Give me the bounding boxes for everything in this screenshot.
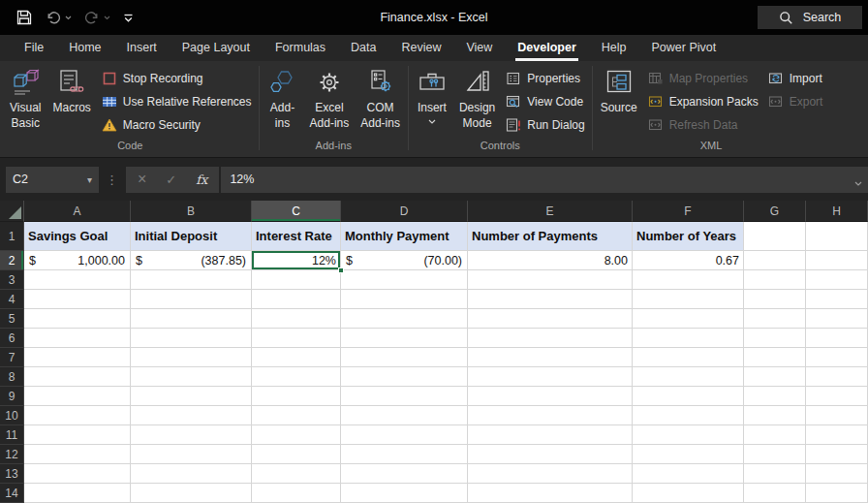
row-header-3[interactable]: 3 [0,270,24,290]
insert-function-icon[interactable]: fx [196,173,207,187]
cell[interactable] [744,309,806,329]
tab-help[interactable]: Help [589,35,639,61]
row-header-13[interactable]: 13 [0,464,24,484]
macro-security-button[interactable]: Macro Security [97,113,257,137]
addins-button[interactable]: Add- ins [262,64,304,131]
row-header-5[interactable]: 5 [0,309,24,329]
cell[interactable] [252,406,341,425]
tab-developer[interactable]: Developer [505,35,588,61]
row-header-11[interactable]: 11 [0,425,24,445]
cell[interactable] [341,348,468,367]
cell[interactable] [24,367,131,387]
redo-button[interactable] [83,10,110,26]
column-header-c[interactable]: C [252,201,341,222]
cell-e2[interactable]: 8.00 [468,251,633,270]
tab-file[interactable]: File [12,35,56,61]
excel-addins-button[interactable]: Excel Add-ins [304,64,356,131]
cell[interactable] [633,406,744,425]
undo-button[interactable] [45,10,72,26]
row-header-2[interactable]: 2 [0,251,24,270]
cell[interactable] [131,464,252,484]
cell[interactable] [24,425,131,445]
cell[interactable] [633,329,744,348]
row-header-10[interactable]: 10 [0,406,24,425]
cell[interactable] [633,425,744,445]
cell[interactable] [24,309,131,329]
cell[interactable] [131,309,252,329]
cell[interactable] [633,367,744,387]
stop-recording-button[interactable]: Stop Recording [97,67,257,90]
cell[interactable] [252,464,341,484]
cell[interactable] [806,348,868,367]
select-all-button[interactable] [0,201,24,222]
cell[interactable] [131,270,252,290]
tab-page-layout[interactable]: Page Layout [170,35,263,61]
column-header-f[interactable]: F [633,201,744,222]
cell[interactable] [24,348,131,367]
design-mode-button[interactable]: Design Mode [453,64,501,131]
cell[interactable] [468,367,633,387]
cell[interactable] [24,445,131,464]
redo-dropdown-icon[interactable] [104,16,110,20]
cell-a2[interactable]: $ 1,000.00 [24,251,131,270]
cell[interactable] [131,387,252,406]
cell[interactable] [252,290,341,309]
tab-power-pivot[interactable]: Power Pivot [639,35,729,61]
cell-d1[interactable]: Monthly Payment [341,222,468,251]
cell-b2[interactable]: $ (387.85) [131,251,252,270]
tab-view[interactable]: View [453,35,505,61]
cell[interactable] [633,290,744,309]
cell-e1[interactable]: Number of Payments [468,222,633,251]
cell[interactable] [24,329,131,348]
formula-input[interactable]: 12% [219,167,868,193]
cell[interactable] [633,484,744,503]
cell[interactable] [744,270,806,290]
row-header-12[interactable]: 12 [0,445,24,464]
cell[interactable] [744,406,806,425]
cell[interactable] [744,464,806,484]
column-header-a[interactable]: A [24,201,131,222]
cell[interactable] [24,406,131,425]
cell[interactable] [468,484,633,503]
cell[interactable] [468,445,633,464]
cell[interactable] [468,329,633,348]
cell[interactable] [806,406,868,425]
cell[interactable] [744,445,806,464]
cell[interactable] [806,329,868,348]
cell-c1[interactable]: Interest Rate [252,222,341,251]
tab-review[interactable]: Review [388,35,453,61]
cell[interactable] [806,290,868,309]
cell[interactable] [131,290,252,309]
cell[interactable] [468,464,633,484]
column-header-g[interactable]: G [744,201,806,222]
row-header-9[interactable]: 9 [0,387,24,406]
cell[interactable] [468,406,633,425]
cell[interactable] [806,387,868,406]
cell[interactable] [131,406,252,425]
cell[interactable] [468,387,633,406]
cell[interactable] [131,329,252,348]
undo-dropdown-icon[interactable] [65,16,72,20]
search-box[interactable]: Search [758,6,862,29]
com-addins-button[interactable]: COM Add-ins [355,64,406,131]
cell[interactable] [468,270,633,290]
cell[interactable] [252,367,341,387]
column-header-e[interactable]: E [468,201,633,222]
cell-h2[interactable] [806,251,868,270]
row-header-14[interactable]: 14 [0,484,24,503]
cell[interactable] [24,387,131,406]
cell[interactable] [806,445,868,464]
cell[interactable] [24,464,131,484]
cell[interactable] [252,348,341,367]
expansion-packs-button[interactable]: Expansion Packs [643,90,763,113]
cell[interactable] [252,309,341,329]
cell[interactable] [341,464,468,484]
run-dialog-button[interactable]: Run Dialog [501,113,589,137]
cell[interactable] [341,290,468,309]
insert-control-button[interactable]: Insert [411,64,453,124]
cell[interactable] [341,425,468,445]
cell[interactable] [468,290,633,309]
row-header-7[interactable]: 7 [0,348,24,367]
row-header-1[interactable]: 1 [0,222,24,251]
cell[interactable] [24,270,131,290]
